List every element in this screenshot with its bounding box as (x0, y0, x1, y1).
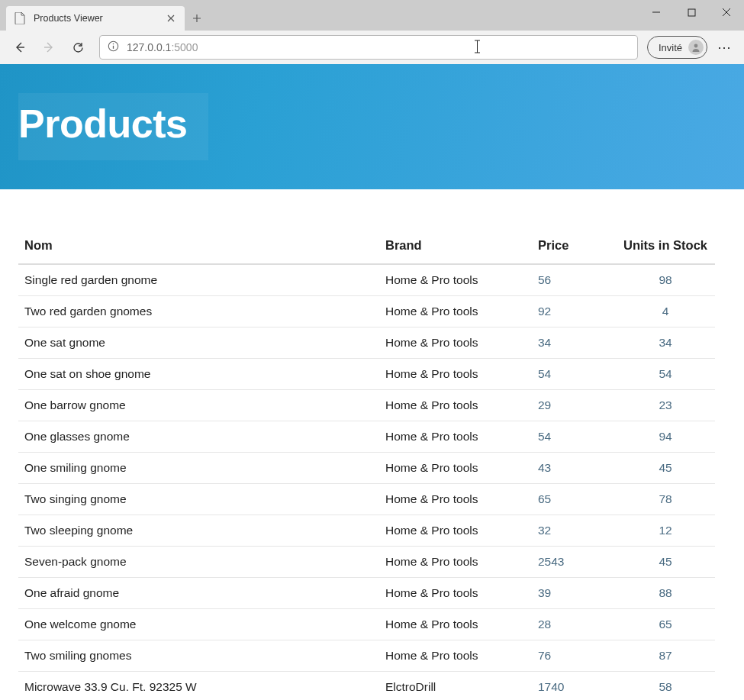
title-bar: Products Viewer (0, 0, 744, 31)
browser-tab[interactable]: Products Viewer (6, 6, 185, 31)
table-row: Two smiling gnomesHome & Pro tools7687 (18, 640, 715, 672)
table-row: Microwave 33.9 Cu. Ft. 92325 WElctroDril… (18, 672, 715, 701)
col-name: Nom (18, 231, 379, 264)
page-title: Products (18, 101, 187, 147)
page-icon (14, 12, 26, 24)
profile-label: Invité (659, 42, 682, 53)
cell-price: 32 (532, 515, 616, 547)
cell-brand: Home & Pro tools (379, 578, 532, 609)
cell-stock: 54 (616, 359, 715, 390)
cell-stock: 94 (616, 421, 715, 453)
table-row: One barrow gnomeHome & Pro tools2923 (18, 390, 715, 421)
cell-brand: Home & Pro tools (379, 484, 532, 515)
table-row: One afraid gnomeHome & Pro tools3988 (18, 578, 715, 609)
cell-stock: 88 (616, 578, 715, 609)
products-table: Nom Brand Price Units in Stock Single re… (18, 231, 715, 700)
cell-brand: Home & Pro tools (379, 327, 532, 359)
refresh-button[interactable] (66, 35, 90, 60)
cell-price: 29 (532, 390, 616, 421)
col-brand: Brand (379, 231, 532, 264)
cell-brand: Home & Pro tools (379, 609, 532, 640)
tab-title: Products Viewer (34, 13, 157, 24)
table-row: Two sleeping gnomeHome & Pro tools3212 (18, 515, 715, 547)
forward-button[interactable] (37, 35, 61, 60)
cell-price: 65 (532, 484, 616, 515)
window-controls (639, 0, 744, 24)
avatar-icon (688, 40, 704, 55)
svg-rect-0 (688, 9, 695, 16)
toolbar: 127.0.0.1:5000 Invité ⋯ (0, 31, 744, 64)
cell-brand: Home & Pro tools (379, 547, 532, 578)
hero: Products (0, 64, 744, 189)
table-header-row: Nom Brand Price Units in Stock (18, 231, 715, 264)
cell-name: One smiling gnome (18, 453, 379, 484)
cell-price: 34 (532, 327, 616, 359)
cell-price: 43 (532, 453, 616, 484)
profile-button[interactable]: Invité (647, 36, 707, 59)
cell-price: 76 (532, 640, 616, 672)
cell-name: Microwave 33.9 Cu. Ft. 92325 W (18, 672, 379, 701)
cell-name: Single red garden gnome (18, 264, 379, 296)
info-icon[interactable] (108, 40, 119, 55)
cell-brand: Home & Pro tools (379, 390, 532, 421)
maximize-button[interactable] (674, 0, 709, 24)
cell-stock: 34 (616, 327, 715, 359)
cell-price: 54 (532, 359, 616, 390)
table-row: One glasses gnomeHome & Pro tools5494 (18, 421, 715, 453)
cell-stock: 58 (616, 672, 715, 701)
new-tab-button[interactable] (185, 6, 209, 31)
address-bar[interactable]: 127.0.0.1:5000 (99, 35, 638, 60)
cell-price: 56 (532, 264, 616, 296)
col-price: Price (532, 231, 616, 264)
cell-price: 2543 (532, 547, 616, 578)
close-tab-button[interactable] (165, 12, 177, 24)
cell-name: Two sleeping gnome (18, 515, 379, 547)
back-button[interactable] (8, 35, 32, 60)
cell-name: One sat gnome (18, 327, 379, 359)
cell-name: Two singing gnome (18, 484, 379, 515)
table-row: Two red garden gnomesHome & Pro tools924 (18, 296, 715, 327)
svg-point-2 (113, 43, 114, 44)
cell-price: 92 (532, 296, 616, 327)
cell-brand: ElctroDrill (379, 672, 532, 701)
cell-name: One afraid gnome (18, 578, 379, 609)
table-row: Two singing gnomeHome & Pro tools6578 (18, 484, 715, 515)
table-row: Single red garden gnomeHome & Pro tools5… (18, 264, 715, 296)
cell-brand: Home & Pro tools (379, 640, 532, 672)
cell-stock: 65 (616, 609, 715, 640)
svg-point-3 (694, 44, 698, 48)
content: Nom Brand Price Units in Stock Single re… (0, 189, 744, 700)
cell-brand: Home & Pro tools (379, 296, 532, 327)
cell-name: One sat on shoe gnome (18, 359, 379, 390)
cell-price: 1740 (532, 672, 616, 701)
cell-stock: 87 (616, 640, 715, 672)
more-button[interactable]: ⋯ (712, 35, 736, 60)
cell-name: One welcome gnome (18, 609, 379, 640)
cell-name: One barrow gnome (18, 390, 379, 421)
text-cursor-icon (474, 39, 475, 54)
close-window-button[interactable] (709, 0, 744, 24)
minimize-button[interactable] (639, 0, 674, 24)
cell-price: 28 (532, 609, 616, 640)
table-row: One sat gnomeHome & Pro tools3434 (18, 327, 715, 359)
cell-brand: Home & Pro tools (379, 359, 532, 390)
cell-brand: Home & Pro tools (379, 453, 532, 484)
cell-stock: 4 (616, 296, 715, 327)
cell-stock: 78 (616, 484, 715, 515)
page-viewport[interactable]: Products Nom Brand Price Units in Stock … (0, 64, 744, 700)
cell-name: Two smiling gnomes (18, 640, 379, 672)
table-row: One sat on shoe gnomeHome & Pro tools545… (18, 359, 715, 390)
browser-chrome: Products Viewer (0, 0, 744, 64)
address-text: 127.0.0.1:5000 (127, 41, 198, 53)
col-stock: Units in Stock (616, 231, 715, 264)
table-row: One welcome gnomeHome & Pro tools2865 (18, 609, 715, 640)
cell-name: One glasses gnome (18, 421, 379, 453)
cell-brand: Home & Pro tools (379, 515, 532, 547)
cell-stock: 12 (616, 515, 715, 547)
cell-brand: Home & Pro tools (379, 421, 532, 453)
table-row: Seven-pack gnomeHome & Pro tools254345 (18, 547, 715, 578)
cell-stock: 45 (616, 453, 715, 484)
table-row: One smiling gnomeHome & Pro tools4345 (18, 453, 715, 484)
cell-stock: 45 (616, 547, 715, 578)
cell-name: Two red garden gnomes (18, 296, 379, 327)
